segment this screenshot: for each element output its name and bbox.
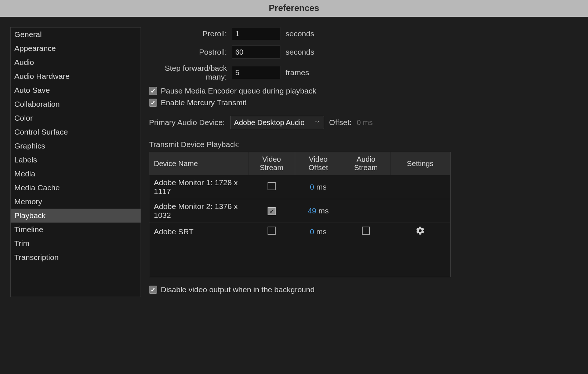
sidebar-item-audio[interactable]: Audio [11,55,141,69]
transmit-heading: Transmit Device Playback: [149,140,581,149]
preroll-unit: seconds [286,29,314,38]
sidebar-item-labels[interactable]: Labels [11,153,141,167]
offset-value: 0 ms [357,118,373,127]
sidebar-item-timeline[interactable]: Timeline [11,223,141,236]
postroll-label: Postroll: [149,48,227,56]
video-stream-checkbox[interactable] [268,207,276,215]
col-settings[interactable]: Settings [390,152,450,175]
transmit-table: Device Name Video Stream Video Offset Au… [149,152,451,277]
pause-encoder-label: Pause Media Encoder queue during playbac… [161,87,316,95]
audio-stream-checkbox[interactable] [362,227,370,235]
sidebar-item-trim[interactable]: Trim [11,236,141,250]
gear-icon[interactable] [415,226,425,237]
video-offset-cell[interactable]: 0 ms [295,175,342,199]
video-offset-cell[interactable]: 0 ms [295,223,342,241]
sidebar-item-playback[interactable]: Playback [11,209,141,223]
disable-bg-checkbox[interactable] [149,286,157,294]
mercury-transmit-label: Enable Mercury Transmit [161,98,246,107]
primary-audio-dropdown[interactable]: Adobe Desktop Audio ﹀ [230,116,324,129]
step-unit: frames [286,68,309,77]
col-device-name[interactable]: Device Name [149,152,248,175]
primary-audio-label: Primary Audio Device: [149,118,225,127]
window-title: Preferences [0,0,588,17]
preferences-sidebar: GeneralAppearanceAudioAudio HardwareAuto… [10,27,141,297]
device-name-cell: Adobe Monitor 2: 1376 x 1032 [149,199,248,223]
postroll-unit: seconds [286,48,314,56]
device-name-cell: Adobe SRT [149,223,248,241]
video-stream-checkbox[interactable] [268,182,276,190]
video-stream-checkbox[interactable] [268,227,276,235]
step-label: Step forward/back many: [149,64,227,81]
sidebar-item-graphics[interactable]: Graphics [11,139,141,153]
primary-audio-value: Adobe Desktop Audio [234,118,305,127]
sidebar-item-media-cache[interactable]: Media Cache [11,181,141,195]
playback-panel: Preroll: seconds Postroll: seconds Step … [149,27,584,297]
video-offset-cell[interactable]: 49 ms [295,199,342,223]
sidebar-item-appearance[interactable]: Appearance [11,41,141,55]
pause-encoder-checkbox[interactable] [149,87,157,95]
sidebar-item-control-surface[interactable]: Control Surface [11,125,141,139]
table-row: Adobe Monitor 1: 1728 x 11170 ms [149,175,450,199]
sidebar-item-color[interactable]: Color [11,111,141,125]
preroll-input[interactable] [232,27,280,40]
sidebar-item-general[interactable]: General [11,27,141,41]
postroll-input[interactable] [232,45,280,59]
table-row: Adobe Monitor 2: 1376 x 103249 ms [149,199,450,223]
sidebar-item-audio-hardware[interactable]: Audio Hardware [11,69,141,83]
col-audio-stream[interactable]: Audio Stream [342,152,390,175]
preroll-label: Preroll: [149,29,227,38]
device-name-cell: Adobe Monitor 1: 1728 x 1117 [149,175,248,199]
sidebar-item-memory[interactable]: Memory [11,195,141,209]
sidebar-item-auto-save[interactable]: Auto Save [11,83,141,97]
sidebar-item-media[interactable]: Media [11,167,141,181]
disable-bg-label: Disable video output when in the backgro… [161,285,315,294]
sidebar-item-collaboration[interactable]: Collaboration [11,97,141,111]
chevron-down-icon: ﹀ [315,119,320,126]
sidebar-item-transcription[interactable]: Transcription [11,250,141,264]
offset-label: Offset: [329,118,352,127]
table-row: Adobe SRT0 ms [149,223,450,241]
step-input[interactable] [232,66,280,79]
col-video-offset[interactable]: Video Offset [295,152,342,175]
col-video-stream[interactable]: Video Stream [248,152,295,175]
mercury-transmit-checkbox[interactable] [149,99,157,107]
